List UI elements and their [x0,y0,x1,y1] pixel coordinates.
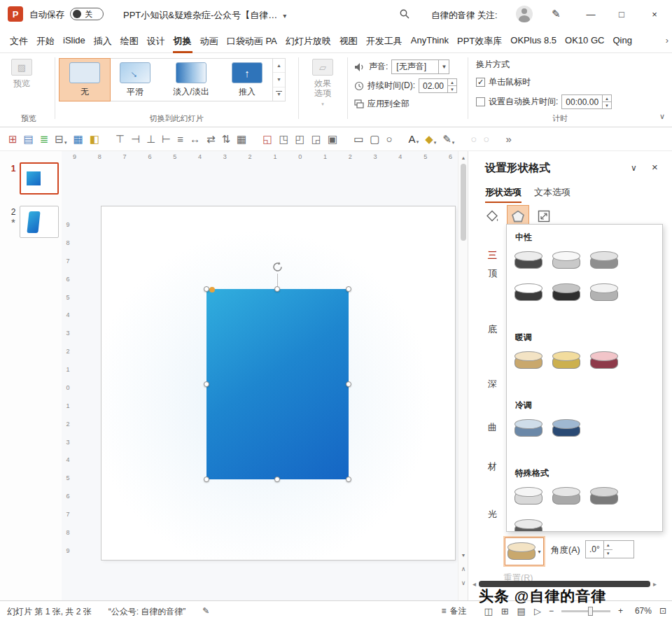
avatar[interactable] [516,6,533,22]
tab-iSlide[interactable]: iSlide [59,28,90,53]
preview-button[interactable]: ▨ 预览 [11,59,32,88]
toolbar-icon[interactable]: ⊢ [162,133,171,146]
preset-item[interactable] [588,248,620,273]
toolbar-icon[interactable]: ≡ [177,133,183,145]
toolbar-icon[interactable]: ▦ [237,133,246,146]
tab-OKPlus 8.5[interactable]: OKPlus 8.5 [506,28,561,53]
toolbar-icon[interactable]: ⊥ [146,133,155,146]
scroll-left-icon[interactable]: ◂ [472,580,476,588]
tab-视图[interactable]: 视图 [335,28,362,53]
spinner-arrows[interactable]: ▲▼ [603,541,612,558]
auto-advance-checkbox[interactable] [476,97,485,106]
toolbar-icon[interactable]: ◧ [90,133,99,146]
vertical-scrollbar[interactable]: ▲ ▼ ∧ ∨ [458,151,468,600]
autosave-toggle[interactable]: 关 [70,8,104,20]
toolbar-icon[interactable]: ▢ [370,133,379,146]
bevel-preset-dropdown[interactable]: ▾ [505,537,544,565]
resize-handle[interactable] [204,477,209,482]
resize-handle[interactable] [346,286,351,292]
on-click-row[interactable]: 单击鼠标时 [476,76,531,88]
zoom-in-button[interactable]: + [618,606,623,616]
tab-插入[interactable]: 插入 [90,28,116,53]
panel-close-icon[interactable]: × [652,161,658,173]
panel-collapse-icon[interactable]: ∨ [631,163,637,173]
close-button[interactable]: × [637,0,672,28]
preset-item[interactable] [512,484,545,509]
tab-绘图[interactable]: 绘图 [116,28,143,53]
toolbar-icon[interactable]: ◱ [262,133,272,146]
size-properties-icon[interactable] [537,209,551,223]
animation-star-icon[interactable]: * [11,220,15,225]
preset-item[interactable] [512,416,545,441]
notes-button[interactable]: ≡ 备注 [441,605,466,617]
previous-slide-icon[interactable]: ∧ [458,564,468,574]
toolbar-icon[interactable]: ✎▾ [442,133,454,146]
resize-handle[interactable] [204,286,209,292]
toolbar-icon[interactable]: ◆▾ [425,133,436,146]
toolbar-icon[interactable]: ⊤ [115,133,125,146]
spinner-arrows[interactable]: ▲▼ [447,79,456,92]
toolbar-icon[interactable]: ⊟▾ [55,133,66,146]
transition-无[interactable]: 无 [59,59,110,101]
scrollbar-thumb[interactable] [461,164,466,241]
selected-shape[interactable] [206,289,349,479]
on-click-checkbox[interactable] [476,78,485,87]
scroll-right-icon[interactable]: ▸ [653,580,657,588]
pen-icon[interactable]: ✎ [552,8,561,20]
toolbar-icon[interactable]: ▣ [328,133,337,146]
slide-thumbnail[interactable] [20,162,59,195]
resize-handle[interactable] [274,477,280,482]
toolbar-icon[interactable]: ↔ [190,133,200,145]
resize-handle[interactable] [346,381,351,387]
preset-item[interactable] [512,280,545,305]
preset-item[interactable] [512,248,545,273]
toolbar-icon[interactable]: A▾ [409,133,419,145]
angle-input[interactable]: .0° ▲▼ [585,540,634,558]
account-name[interactable]: 自律的音律 关注: [431,10,497,22]
resize-handle[interactable] [204,381,209,387]
toolbar-icon[interactable]: » [505,133,511,145]
zoom-level[interactable]: 67% [631,606,652,616]
document-title[interactable]: PPT小知识&疑难杂症-公众号【自律… ▾ [123,9,286,22]
next-slide-icon[interactable]: ∨ [458,578,468,588]
preset-item[interactable] [588,280,620,305]
preset-item[interactable] [512,516,545,532]
spinner-arrows[interactable]: ▲▼ [602,95,611,108]
toolbar-icon[interactable]: ▤ [24,133,34,146]
toolbar-icon[interactable]: ◲ [312,133,321,146]
toolbar-icon[interactable]: ◰ [295,133,305,146]
tab-口袋动画 PA[interactable]: 口袋动画 PA [223,28,281,53]
toolbar-icon[interactable]: ▭ [354,133,363,146]
tab-OK10 GC[interactable]: OK10 GC [561,28,608,53]
search-icon[interactable] [399,8,410,20]
panel-tab-形状选项[interactable]: 形状选项 [485,186,522,203]
tab-开发工具[interactable]: 开发工具 [362,28,407,53]
transition-推入[interactable]: ↑推入 [222,59,272,101]
transition-淡入/淡出[interactable]: 淡入/淡出 [160,59,222,101]
scroll-up-icon[interactable]: ▲ [458,153,468,162]
scroll-down-icon[interactable]: ▼ [458,550,468,560]
preset-item[interactable] [512,348,545,373]
preset-item[interactable] [550,280,582,305]
tab-切换[interactable]: 切换 [169,28,196,53]
tab-动画[interactable]: 动画 [196,28,223,53]
preset-item[interactable] [588,484,620,509]
transition-平滑[interactable]: →平滑 [110,59,160,101]
tab-AnyThink[interactable]: AnyThink [407,28,453,53]
resize-handle[interactable] [346,477,351,482]
gallery-up-icon[interactable]: ▲ [273,59,285,73]
resize-handle[interactable] [274,286,280,292]
zoom-slider[interactable] [561,610,610,612]
preset-item[interactable] [588,348,620,373]
tab-overflow-icon[interactable]: › [666,35,668,45]
tab-设计[interactable]: 设计 [143,28,169,53]
preset-item[interactable] [550,416,582,441]
apply-all-button[interactable]: 应用到全部 [354,98,410,110]
tab-Qing[interactable]: Qing [608,28,636,53]
preset-item[interactable] [550,484,582,509]
preset-item[interactable] [550,248,582,273]
tab-开始[interactable]: 开始 [32,28,59,53]
toolbar-icon[interactable]: ⊣ [131,133,140,146]
gallery-down-icon[interactable]: ▼ [273,73,285,87]
gallery-more-icon[interactable]: ▼ [273,87,285,101]
